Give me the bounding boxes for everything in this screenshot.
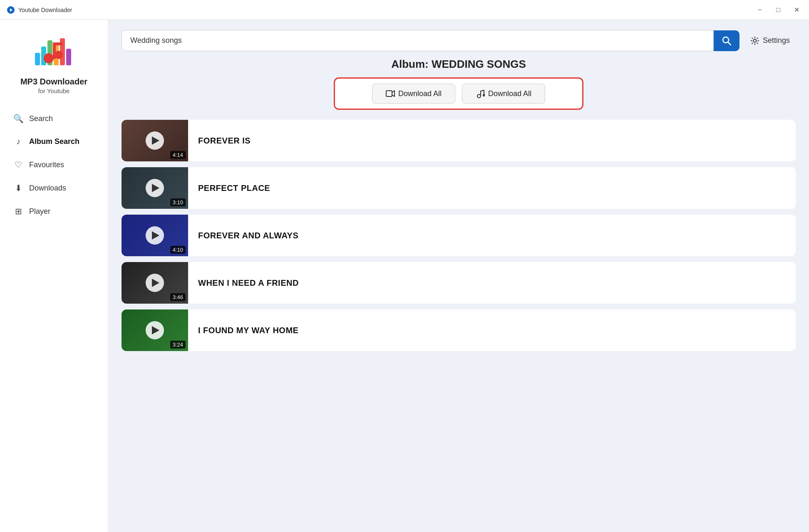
gear-icon <box>750 36 759 45</box>
song-thumbnail-5: 3:24 <box>122 309 188 351</box>
app-body: MP3 Downloader for Youtube 🔍 Search ♪ Al… <box>0 20 809 532</box>
content-area: Settings Album: WEDDING SONGS Download A… <box>108 20 809 532</box>
music-note-icon: ♪ <box>13 137 23 146</box>
sidebar-item-player-label: Player <box>29 207 50 216</box>
search-icon: 🔍 <box>13 114 23 124</box>
download-all-video-label: Download All <box>398 89 442 98</box>
search-input-wrapper <box>122 30 740 51</box>
nav-menu: 🔍 Search ♪ Album Search ♡ Favourites ⬇ D… <box>0 108 108 224</box>
download-all-video-button[interactable]: Download All <box>372 84 455 104</box>
sidebar-item-favourites[interactable]: ♡ Favourites <box>5 154 103 176</box>
video-icon <box>386 89 395 98</box>
sidebar-item-search-label: Search <box>29 114 53 123</box>
song-item-3: 4:10 FOREVER AND ALWAYS <box>122 215 796 256</box>
download-all-bar: Download All Download All <box>334 77 583 110</box>
song-title-1: FOREVER IS <box>198 136 786 146</box>
play-button-4[interactable] <box>146 274 164 292</box>
song-title-3: FOREVER AND ALWAYS <box>198 231 786 240</box>
app-name: MP3 Downloader <box>20 77 87 87</box>
sidebar-item-album-search[interactable]: ♪ Album Search <box>5 131 103 152</box>
sidebar: MP3 Downloader for Youtube 🔍 Search ♪ Al… <box>0 20 108 532</box>
song-info-3: FOREVER AND ALWAYS <box>188 231 796 240</box>
settings-button[interactable]: Settings <box>744 32 796 49</box>
sidebar-item-player[interactable]: ⊞ Player <box>5 200 103 222</box>
settings-label: Settings <box>763 36 790 45</box>
song-title-2: PERFECT PLACE <box>198 183 786 193</box>
duration-badge-4: 3:46 <box>170 293 186 301</box>
sidebar-item-downloads-label: Downloads <box>29 184 66 193</box>
app-subtitle: for Youtube <box>38 87 70 94</box>
song-info-1: FOREVER IS <box>188 136 796 146</box>
song-thumbnail-4: 3:46 <box>122 262 188 304</box>
title-bar-controls: − □ ✕ <box>754 4 802 16</box>
title-bar-left: Youtube Downloader <box>7 6 72 14</box>
song-info-5: I FOUND MY WAY HOME <box>188 326 796 335</box>
results-container[interactable]: Album: WEDDING SONGS Download All <box>108 58 809 532</box>
download-all-audio-button[interactable]: Download All <box>462 84 545 104</box>
svg-point-11 <box>55 51 63 59</box>
svg-rect-7 <box>66 49 71 65</box>
title-bar-text: Youtube Downloader <box>18 7 72 13</box>
play-button-2[interactable] <box>146 179 164 197</box>
song-title-5: I FOUND MY WAY HOME <box>198 326 786 335</box>
search-bar-container: Settings <box>108 20 809 58</box>
song-thumbnail-2: 3:10 <box>122 167 188 209</box>
svg-point-16 <box>477 94 481 98</box>
close-button[interactable]: ✕ <box>791 4 802 16</box>
duration-badge-3: 4:10 <box>170 246 186 254</box>
song-info-2: PERFECT PLACE <box>188 183 796 193</box>
search-button[interactable] <box>714 30 740 51</box>
svg-rect-15 <box>386 91 392 97</box>
download-icon: ⬇ <box>13 183 23 193</box>
svg-rect-10 <box>53 42 63 45</box>
song-info-4: WHEN I NEED A FRIEND <box>188 278 796 288</box>
play-button-3[interactable] <box>146 226 164 245</box>
song-item-4: 3:46 WHEN I NEED A FRIEND <box>122 262 796 304</box>
search-icon-btn <box>722 36 731 45</box>
maximize-button[interactable]: □ <box>772 4 784 16</box>
svg-point-8 <box>44 53 54 63</box>
album-title: Album: WEDDING SONGS <box>122 58 796 71</box>
duration-badge-2: 3:10 <box>170 198 186 206</box>
song-thumbnail-3: 4:10 <box>122 215 188 256</box>
minimize-button[interactable]: − <box>754 4 766 16</box>
svg-rect-2 <box>35 53 40 65</box>
song-item-5: 3:24 I FOUND MY WAY HOME <box>122 309 796 351</box>
music-icon <box>476 89 485 98</box>
sidebar-item-downloads[interactable]: ⬇ Downloads <box>5 177 103 199</box>
title-bar: Youtube Downloader − □ ✕ <box>0 0 809 20</box>
svg-point-14 <box>753 39 756 42</box>
app-icon <box>7 6 15 14</box>
duration-badge-5: 3:24 <box>170 341 186 349</box>
song-thumbnail-1: 4:14 <box>122 120 188 161</box>
sidebar-item-search[interactable]: 🔍 Search <box>5 108 103 129</box>
svg-line-13 <box>728 42 731 45</box>
sidebar-item-favourites-label: Favourites <box>29 161 64 169</box>
search-input[interactable] <box>122 30 714 51</box>
song-item-1: 4:14 FOREVER IS <box>122 120 796 161</box>
sidebar-item-album-search-label: Album Search <box>29 137 79 146</box>
heart-icon: ♡ <box>13 160 23 170</box>
song-title-4: WHEN I NEED A FRIEND <box>198 278 786 288</box>
grid-icon: ⊞ <box>13 206 23 216</box>
logo-container: MP3 Downloader for Youtube <box>20 30 87 94</box>
play-button-1[interactable] <box>146 131 164 150</box>
app-logo <box>33 30 74 72</box>
duration-badge-1: 4:14 <box>170 151 186 159</box>
play-button-5[interactable] <box>146 321 164 339</box>
song-item-2: 3:10 PERFECT PLACE <box>122 167 796 209</box>
download-all-audio-label: Download All <box>488 89 531 98</box>
